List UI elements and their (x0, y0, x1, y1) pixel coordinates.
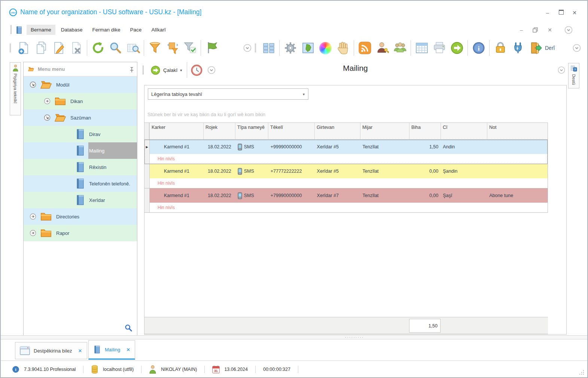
search-icon[interactable] (107, 39, 124, 57)
users-group-icon[interactable] (391, 39, 409, 57)
table-row[interactable]: Karmend #118.02.2022SMS+79990000000Xerîd… (144, 188, 548, 213)
new-document-icon[interactable] (15, 39, 32, 57)
book-icon (75, 145, 85, 157)
column-header-t-pa-namey-[interactable]: Tîpa nameyê (235, 123, 268, 139)
cell-price: 0,00 (409, 188, 441, 203)
chevron-circle-icon[interactable] (564, 25, 573, 34)
tab-close-icon[interactable]: ✕ (78, 348, 82, 354)
mdi-minimize-button[interactable]: – (518, 27, 524, 33)
chevron-circle-icon[interactable] (243, 43, 252, 52)
horizontal-splitter[interactable]: ········· (1, 335, 587, 339)
pin-icon[interactable] (128, 67, 133, 72)
column-header-c-[interactable]: Cî (441, 123, 487, 139)
table-subrow[interactable]: Hin nivîs (144, 203, 548, 212)
column-header-not[interactable]: Not (487, 123, 548, 139)
full-table-search-combo[interactable]: ▾ (148, 88, 308, 100)
exit-door-label[interactable]: Derî (545, 45, 555, 51)
filter-check-icon[interactable] (181, 39, 199, 57)
flag-icon[interactable] (203, 39, 220, 57)
window-controls: – ✕ (545, 10, 578, 16)
toolbar-separator (411, 40, 411, 56)
tree-item-dirav[interactable]: Dirav (24, 126, 137, 142)
copy-document-icon[interactable] (32, 39, 50, 57)
table-row[interactable]: ▶Karmend #118.02.2022SMS+99990000000Xerî… (144, 140, 548, 164)
exit-door-icon[interactable] (527, 39, 544, 57)
tree-item-mailing[interactable]: Mailing (24, 142, 137, 159)
filter-icon[interactable] (146, 39, 164, 57)
tree-item-directories[interactable]: Directories (24, 208, 137, 225)
mdi-close-button[interactable]: ✕ (547, 27, 553, 33)
menu-item-al-kar-[interactable]: Alîkarî (147, 25, 170, 35)
rss-icon[interactable] (356, 39, 374, 57)
column-header-t-kel-[interactable]: Têkelî (268, 123, 314, 139)
color-wheel-icon[interactable] (317, 39, 334, 57)
close-button[interactable]: ✕ (572, 10, 578, 16)
filter-columns-icon[interactable] (164, 39, 181, 57)
document-tab-mailing[interactable]: Mailing✕ (88, 340, 135, 360)
expand-node-icon[interactable] (43, 97, 51, 105)
refresh-icon[interactable] (89, 39, 107, 57)
cell-type-label: SMS (244, 144, 254, 149)
column-header-karker[interactable]: Karker (149, 123, 203, 139)
table-row-main[interactable]: ▶Karmend #118.02.2022SMS+99990000000Xerî… (144, 140, 548, 154)
user-key-icon[interactable] (374, 39, 391, 57)
splitter-grip[interactable]: ········· (339, 335, 369, 339)
menu-item-bername[interactable]: Bername (27, 25, 55, 35)
chevron-circle-icon[interactable] (207, 66, 216, 75)
search-table-icon[interactable] (124, 39, 142, 57)
info-icon[interactable]: i (470, 39, 487, 57)
table-subrow[interactable]: Hin nivîs (144, 178, 548, 188)
maximize-button[interactable] (558, 10, 564, 16)
column-header-mijar[interactable]: Mijar (360, 123, 409, 139)
info-icon[interactable]: i (12, 365, 19, 374)
printer-icon[interactable] (430, 39, 448, 57)
plug-icon[interactable] (509, 39, 527, 57)
table-row[interactable]: Karmend #118.02.2022SMS+77772222222Xerîd… (144, 164, 548, 188)
menu-item-ferman-dike[interactable]: Ferman dike (88, 25, 125, 35)
column-header-rojek[interactable]: Rojek (203, 123, 235, 139)
tab-close-icon[interactable]: ✕ (126, 347, 130, 353)
action-button[interactable]: Çalakî ▾ (147, 65, 185, 75)
chevron-circle-icon[interactable] (557, 66, 566, 74)
tree-item-telefon-n-telefon-[interactable]: Telefonên telefonê. (24, 175, 137, 192)
cell-subject: Tenzîlat (360, 140, 409, 154)
gear-icon[interactable] (281, 39, 299, 57)
minimize-button[interactable]: – (545, 10, 551, 16)
delete-document-icon[interactable] (67, 39, 85, 57)
document-tab-destp-kirina-bilez[interactable]: Destpêkirina bilez✕ (15, 342, 87, 359)
go-arrow-icon[interactable] (448, 39, 466, 57)
chevron-circle-icon[interactable] (572, 43, 581, 52)
menu-item-pace[interactable]: Pace (126, 25, 146, 35)
tree-item-r-xistin[interactable]: Rêxistin (24, 159, 137, 175)
clock-icon[interactable] (189, 63, 204, 78)
search-input[interactable] (148, 91, 299, 97)
tree-item-rapor[interactable]: Rapor (24, 225, 137, 241)
lock-icon[interactable] (491, 39, 509, 57)
tree-item-saz-man[interactable]: Sazûman (24, 109, 137, 126)
sidebar-search-icon[interactable] (124, 324, 132, 332)
column-header-girtevan[interactable]: Girtevan (314, 123, 360, 139)
grid-views-icon[interactable] (260, 39, 277, 57)
tree-item-dikan[interactable]: Dikan (24, 93, 137, 109)
map-icon[interactable] (299, 39, 317, 57)
mdi-restore-button[interactable] (533, 27, 539, 33)
collapse-node-icon[interactable] (29, 81, 37, 88)
timer-label: 00:00:00:327 (263, 367, 290, 372)
table-row-main[interactable]: Karmend #118.02.2022SMS+79990000000Xerîd… (144, 188, 548, 203)
table-subrow[interactable]: Hin nivîs (144, 154, 548, 164)
tree-item-mod-l[interactable]: Modûl (24, 76, 137, 93)
support-side-tab[interactable]: Piştgiriya teknîkî (10, 62, 21, 115)
column-header-biha[interactable]: Biha (409, 123, 441, 139)
resize-grip[interactable] (579, 370, 584, 375)
table-row-main[interactable]: Karmend #118.02.2022SMS+77772222222Xerîd… (144, 164, 548, 178)
expand-node-icon[interactable] (29, 213, 37, 220)
menu-item-database[interactable]: Database (57, 25, 87, 35)
cell-subject: Tenzîlat (360, 188, 409, 203)
help-side-tab[interactable]: ? Destû (568, 63, 579, 88)
hand-icon[interactable] (334, 39, 352, 57)
table-icon[interactable] (413, 39, 430, 57)
tree-item-xer-dar[interactable]: Xerîdar (24, 192, 137, 208)
expand-node-icon[interactable] (29, 229, 37, 237)
edit-document-icon[interactable] (50, 39, 67, 57)
collapse-node-icon[interactable] (43, 114, 51, 121)
